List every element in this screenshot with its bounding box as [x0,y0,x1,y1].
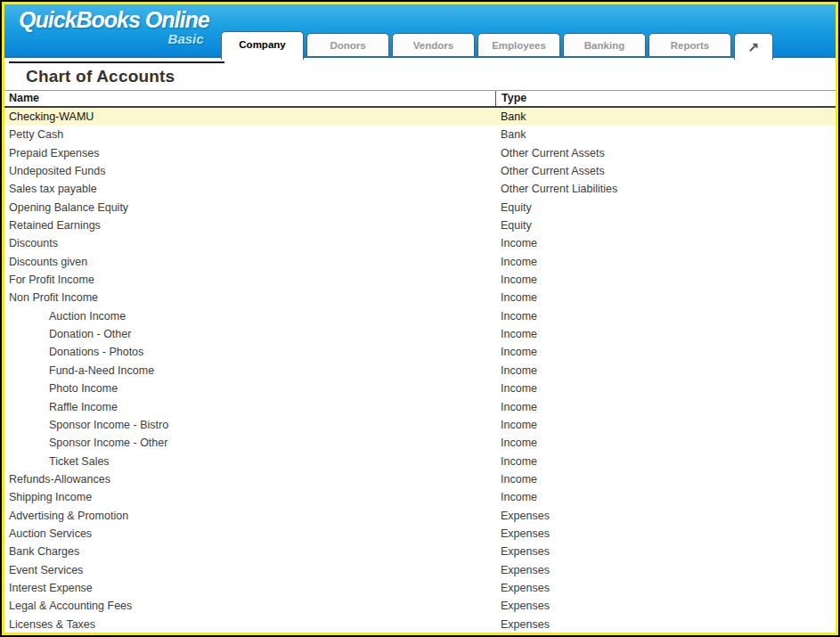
account-type-cell: Expenses [495,579,836,597]
table-row[interactable]: Discounts Income [4,234,836,252]
account-type-cell: Income [495,343,836,361]
app-window: QuickBooks Online Basic Company Donors V… [2,2,838,635]
account-name-cell: Donations - Photos [4,343,495,361]
table-row[interactable]: Opening Balance Equity Equity [4,199,836,216]
account-type-cell: Income [495,470,836,488]
account-type-cell: Income [495,453,836,470]
table-row[interactable]: Bank Charges Expenses [4,543,836,560]
page-title: Chart of Accounts [26,67,836,90]
table-row[interactable]: For Profit Income Income [4,271,836,289]
table-row[interactable]: Ticket Sales Income [4,453,836,470]
account-name-cell: Undeposited Funds [4,162,495,180]
table-row[interactable]: Retained Earnings Equity [4,216,836,234]
account-name-cell: Discounts given [4,253,495,271]
table-row[interactable]: Non Profit Income Income [4,289,836,306]
account-type-cell: Income [495,380,836,397]
table-row[interactable]: Shipping Income Income [4,488,836,506]
nav-tabs: Company Donors Vendors Employees [221,31,773,58]
table-row[interactable]: Raffle Income Income [4,398,836,416]
account-name-cell: Interest Expense [4,579,495,597]
account-type-cell: Equity [495,216,836,234]
nav-tab-company[interactable]: Company [221,31,304,60]
account-name-cell: Ticket Sales [4,453,495,470]
table-row[interactable]: Licenses & Taxes Expenses [4,616,836,633]
account-name-cell: Advertising & Promotion [4,507,495,525]
account-name-cell: Bank Charges [4,543,495,560]
table-row[interactable]: Checking-WAMU Bank [4,108,836,126]
nav-tab-label: Donors [330,40,365,51]
quickbooks-logo: QuickBooks Online Basic [19,9,209,45]
nav-tab-label: Reports [671,40,709,51]
account-type-cell: Income [495,289,836,306]
table-row[interactable]: Fund-a-Need Income Income [4,362,836,380]
account-name-cell: Petty Cash [4,126,495,143]
account-type-cell: Other Current Assets [495,162,836,180]
table-row[interactable]: Prepaid Expenses Other Current Assets [4,144,836,162]
nav-tab-employees[interactable]: Employees [477,33,560,57]
account-name-cell: For Profit Income [4,271,495,289]
account-name-cell: Donation - Other [4,325,495,343]
nav-tab-banking[interactable]: Banking [563,33,646,57]
table-row[interactable]: Undeposited Funds Other Current Assets [4,162,836,180]
account-name-cell: Licenses & Taxes [4,616,495,633]
logo-edition-text: Basic [19,32,209,45]
account-type-cell: Bank [495,108,836,126]
nav-tab-vendors[interactable]: Vendors [392,33,475,57]
table-row[interactable]: Donations - Photos Income [4,343,836,361]
account-name-cell: Discounts [4,234,495,252]
nav-tab-label: Company [239,39,285,50]
account-type-cell: Expenses [495,543,836,560]
account-name-cell: Non Profit Income [4,289,495,306]
table-row[interactable]: Legal & Accounting Fees Expenses [4,597,836,615]
account-type-cell: Income [495,325,836,343]
table-row[interactable]: Donation - Other Income [4,325,836,343]
accounts-table: Checking-WAMU Bank Petty Cash Bank Prepa… [4,108,836,633]
account-name-cell: Retained Earnings [4,216,495,234]
nav-tab-reports[interactable]: Reports [648,33,731,57]
account-type-cell: Other Current Liabilities [495,180,836,198]
table-row[interactable]: Event Services Expenses [4,561,836,579]
account-type-cell: Income [495,434,836,452]
table-row[interactable]: Petty Cash Bank [4,126,836,143]
account-name-cell: Raffle Income [4,398,495,416]
popout-tab[interactable]: ↗ [734,33,773,60]
table-row[interactable]: Interest Expense Expenses [4,579,836,597]
page-frame: QuickBooks Online Basic Company Donors V… [0,0,840,637]
account-name-cell: Sales tax payable [4,180,495,198]
table-row[interactable]: Sales tax payable Other Current Liabilit… [4,180,836,198]
table-row[interactable]: Sponsor Income - Bistro Income [4,416,836,434]
account-name-cell: Photo Income [4,380,495,397]
account-type-cell: Expenses [495,597,836,615]
table-row[interactable]: Discounts given Income [4,253,836,271]
table-row[interactable]: Refunds-Allowances Income [4,470,836,488]
table-row[interactable]: Auction Income Income [4,307,836,325]
table-row[interactable]: Auction Services Expenses [4,525,836,543]
account-type-cell: Income [495,307,836,325]
account-name-cell: Fund-a-Need Income [4,362,495,380]
account-type-cell: Equity [495,199,836,216]
account-type-cell: Bank [495,126,836,143]
account-name-cell: Legal & Accounting Fees [4,597,495,615]
table-row[interactable]: Advertising & Promotion Expenses [4,507,836,525]
account-name-cell: Event Services [4,561,495,579]
account-type-cell: Income [495,234,836,252]
header-bar: QuickBooks Online Basic Company Donors V… [4,4,836,58]
nav-tab-label: Employees [492,40,546,51]
account-name-cell: Sponsor Income - Bistro [4,416,495,434]
table-row[interactable]: Sponsor Income - Other Income [4,434,836,452]
nav-tab-label: Banking [584,40,624,51]
popout-arrow-icon: ↗ [748,39,760,55]
table-row[interactable]: Photo Income Income [4,380,836,397]
account-type-cell: Expenses [495,561,836,579]
account-type-cell: Other Current Assets [495,144,836,162]
account-type-cell: Income [495,416,836,434]
account-name-cell: Sponsor Income - Other [4,434,495,452]
nav-tab-label: Vendors [413,40,453,51]
account-type-cell: Income [495,398,836,416]
column-header-name: Name [4,91,495,106]
account-name-cell: Prepaid Expenses [4,144,495,162]
nav-tab-donors[interactable]: Donors [306,33,389,57]
account-type-cell: Income [495,271,836,289]
table-header-row: Name Type [4,90,836,108]
account-name-cell: Opening Balance Equity [4,199,495,216]
